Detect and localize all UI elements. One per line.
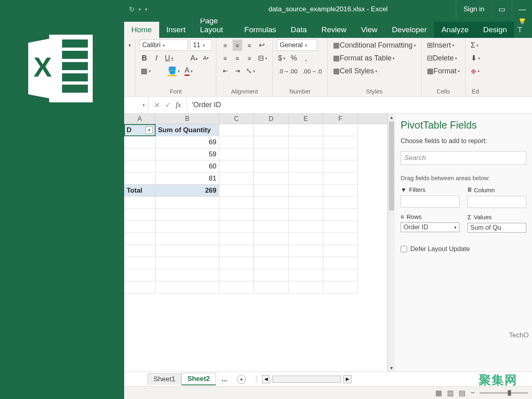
values-field-item[interactable]: Sum of Qu (468, 223, 526, 233)
cell[interactable] (323, 148, 358, 160)
cell[interactable] (323, 269, 358, 281)
formula-input[interactable]: 'Order ID (187, 101, 221, 109)
cell[interactable] (156, 257, 219, 269)
decrease-font-icon[interactable]: A▾ (201, 52, 211, 64)
col-header-b[interactable]: B (156, 114, 219, 124)
touch-mode-icon[interactable]: ▾ (145, 7, 148, 12)
number-format-combo[interactable]: General▾ (277, 39, 317, 51)
font-color-icon[interactable]: A▾ (183, 65, 194, 77)
font-size-combo[interactable]: 11▾ (190, 39, 212, 51)
increase-decimal-icon[interactable]: .0→.00 (277, 65, 299, 77)
cell[interactable]: 69 (156, 136, 219, 148)
cell[interactable] (124, 197, 156, 209)
tab-design[interactable]: Design (476, 22, 514, 38)
redo-icon[interactable]: ↻ (129, 5, 135, 14)
column-headers[interactable]: A B C D E F (124, 114, 387, 124)
cell[interactable] (254, 136, 289, 148)
cell[interactable] (219, 233, 254, 245)
cell[interactable] (156, 269, 219, 281)
fx-icon[interactable]: fx (176, 101, 181, 109)
align-bottom-icon[interactable]: ≡ (245, 39, 254, 51)
cell[interactable] (219, 281, 254, 293)
normal-view-icon[interactable]: ▦ (435, 389, 442, 397)
cell[interactable] (219, 209, 254, 221)
cell[interactable] (219, 124, 254, 136)
tab-analyze[interactable]: Analyze (434, 22, 476, 38)
cell[interactable] (124, 233, 156, 245)
italic-button[interactable]: I (152, 52, 161, 64)
cell[interactable] (219, 245, 254, 257)
cell-total-value[interactable]: 269 (156, 185, 219, 197)
cell[interactable] (289, 257, 323, 269)
cell[interactable] (156, 245, 219, 257)
cell[interactable] (219, 172, 254, 185)
align-top-icon[interactable]: ≡ (220, 39, 230, 51)
zoom-slider[interactable] (480, 392, 528, 394)
cell[interactable] (219, 197, 254, 209)
page-break-view-icon[interactable]: ▤ (459, 389, 466, 397)
cell[interactable] (289, 148, 323, 160)
cell[interactable] (124, 269, 156, 281)
cell[interactable] (254, 257, 289, 269)
cell[interactable] (323, 233, 358, 245)
cell[interactable] (254, 269, 289, 281)
cell[interactable] (254, 172, 289, 185)
cell[interactable] (289, 245, 323, 257)
cell[interactable] (289, 209, 323, 221)
cell[interactable] (156, 197, 219, 209)
cell[interactable] (156, 233, 219, 245)
columns-drop-area[interactable] (468, 196, 526, 208)
cell[interactable] (254, 221, 289, 233)
scroll-down-icon[interactable]: ▼ (388, 364, 395, 372)
align-right-icon[interactable]: ≡ (245, 52, 254, 64)
cell[interactable] (156, 221, 219, 233)
cell[interactable] (254, 281, 289, 293)
cell[interactable]: 60 (156, 160, 219, 172)
merge-center-icon[interactable]: ⊟▾ (257, 52, 268, 64)
cell[interactable]: 59 (156, 148, 219, 160)
cell[interactable] (254, 245, 289, 257)
zoom-out-icon[interactable]: − (470, 389, 475, 397)
name-box[interactable]: ▾ (124, 97, 148, 113)
sheet-tab-more[interactable]: ... (216, 374, 233, 385)
cell[interactable] (289, 233, 323, 245)
cell[interactable] (254, 148, 289, 160)
cell[interactable] (124, 245, 156, 257)
cell[interactable] (124, 136, 156, 148)
cell[interactable] (323, 281, 358, 293)
col-header-e[interactable]: E (289, 114, 323, 124)
sign-in-button[interactable]: Sign in (456, 0, 492, 19)
filter-dropdown-icon[interactable]: ▾ (145, 127, 153, 134)
scroll-up-icon[interactable]: ▲ (388, 114, 395, 121)
tab-home[interactable]: Home (124, 22, 159, 38)
fill-icon[interactable]: ⬇▾ (470, 52, 481, 64)
cell-b1[interactable]: Sum of Quantity (156, 124, 219, 136)
cell[interactable] (219, 160, 254, 172)
cell[interactable] (289, 172, 323, 185)
spreadsheet-grid[interactable]: A B C D E F D▾ Sum of Quantity 69 59 60 (124, 114, 388, 372)
decrease-decimal-icon[interactable]: .00→.0 (301, 65, 323, 77)
cancel-formula-icon[interactable]: ✕ (154, 101, 160, 110)
hscroll-left-icon[interactable]: ◀ (262, 375, 270, 383)
fill-color-icon[interactable]: 🪣▾ (166, 65, 181, 77)
cell[interactable] (323, 197, 358, 209)
borders-icon[interactable]: ▦▾ (139, 65, 152, 77)
clear-icon[interactable]: ◆▾ (470, 65, 481, 77)
increase-font-icon[interactable]: A▴ (189, 52, 199, 64)
page-layout-view-icon[interactable]: ▥ (447, 389, 454, 397)
pivot-search-input[interactable]: Search (401, 151, 526, 165)
cell[interactable] (254, 185, 289, 197)
autosum-icon[interactable]: Σ▾ (470, 39, 480, 51)
col-header-d[interactable]: D (254, 114, 289, 124)
cell[interactable] (289, 136, 323, 148)
cell[interactable] (323, 257, 358, 269)
align-left-icon[interactable]: ≡ (220, 52, 230, 64)
wrap-text-icon[interactable]: ↩ (257, 39, 266, 51)
cell[interactable] (219, 136, 254, 148)
cell[interactable] (124, 160, 156, 172)
enter-formula-icon[interactable]: ✓ (165, 101, 171, 110)
cell[interactable] (219, 185, 254, 197)
cell[interactable] (323, 245, 358, 257)
format-cells-button[interactable]: ▦ Format▾ (426, 65, 461, 77)
cell[interactable] (323, 124, 358, 136)
